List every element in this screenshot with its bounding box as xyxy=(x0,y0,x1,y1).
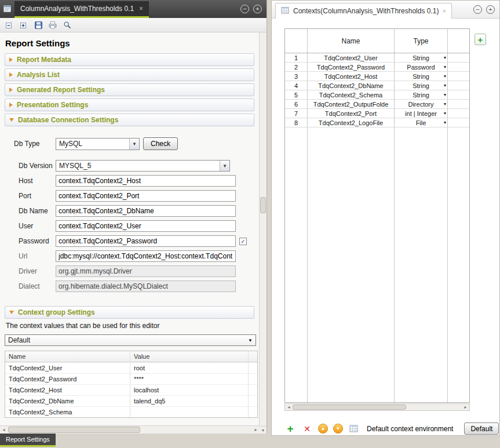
section-label: Generated Report Settings xyxy=(17,86,105,94)
context-value-cell: **** xyxy=(130,374,249,384)
table-row[interactable]: 3 TdqContext2_Host String xyxy=(285,72,469,81)
table-row[interactable]: 4 TdqContext2_DbName String xyxy=(285,81,469,90)
type-value: int | Integer xyxy=(405,110,437,117)
horizontal-scrollbar[interactable] xyxy=(284,403,470,411)
db-version-select[interactable]: MYSQL_5 xyxy=(56,160,230,172)
context-type-cell[interactable]: String xyxy=(395,81,448,90)
context-type-cell[interactable]: String xyxy=(395,53,448,62)
context-value-cell xyxy=(130,407,249,417)
table-row[interactable]: 8 TdqContext2_LogoFile File xyxy=(285,118,469,128)
table-row[interactable]: TdqContext2_Host localhost xyxy=(5,384,257,395)
close-icon[interactable]: × xyxy=(139,5,143,13)
move-down-button[interactable] xyxy=(333,424,343,434)
host-input[interactable] xyxy=(56,175,236,187)
db-type-select[interactable]: MySQL xyxy=(56,138,140,150)
section-database-connection-settings[interactable]: Database Connection Settings xyxy=(5,114,254,126)
context-name-cell[interactable]: TdqContext2_OutputFolde xyxy=(308,100,395,108)
context-value-cell: talend_dq5 xyxy=(130,396,249,406)
scroll-left-icon[interactable] xyxy=(0,426,8,434)
context-value-cell: localhost xyxy=(130,385,249,395)
context-name-cell[interactable]: TdqContext2_Schema xyxy=(308,90,395,99)
table-row[interactable]: TdqContext2_Schema xyxy=(5,406,257,417)
expand-all-icon[interactable] xyxy=(19,20,29,30)
section-label: Presentation Settings xyxy=(17,101,88,109)
vertical-scrollbar[interactable] xyxy=(259,32,267,434)
table-header-row: Name Type xyxy=(285,29,469,53)
table-row[interactable]: TdqContext2_Password **** xyxy=(5,373,257,384)
context-name-cell[interactable]: TdqContext2_LogoFile xyxy=(308,118,395,127)
editor-tab-title: ColumnAnalysis_WithThresholds 0.1 xyxy=(20,5,134,13)
check-button[interactable]: Check xyxy=(143,137,178,150)
maximize-icon[interactable] xyxy=(253,5,262,13)
section-report-metadata[interactable]: Report Metadata xyxy=(5,53,254,66)
url-label: Url xyxy=(19,252,56,260)
add-context-button[interactable] xyxy=(475,34,486,45)
section-context-group-settings[interactable]: Context group Settings xyxy=(5,306,254,319)
context-type-cell[interactable]: File xyxy=(395,118,448,127)
context-type-cell[interactable]: int | Integer xyxy=(395,109,448,118)
context-type-cell[interactable]: Password xyxy=(395,63,448,71)
scroll-down-icon[interactable] xyxy=(260,426,267,434)
context-type-cell[interactable]: Directory xyxy=(395,100,448,108)
empty-table-area xyxy=(285,128,469,402)
user-input[interactable] xyxy=(56,220,236,232)
scrollbar-thumb[interactable] xyxy=(260,197,266,213)
scroll-right-icon[interactable] xyxy=(462,404,469,410)
table-row[interactable]: 6 TdqContext2_OutputFolde Directory xyxy=(285,100,469,109)
table-row[interactable]: 2 TdqContext2_Password Password xyxy=(285,63,469,72)
scrollbar-thumb[interactable] xyxy=(8,427,140,433)
save-icon[interactable] xyxy=(33,20,43,30)
db-name-label: Db Name xyxy=(19,207,56,215)
section-analysis-list[interactable]: Analysis List xyxy=(5,68,254,81)
context-type-cell[interactable]: String xyxy=(395,72,448,81)
editor-tab[interactable]: ColumnAnalysis_WithThresholds 0.1 × xyxy=(14,1,149,18)
context-environment-label: Default context environment xyxy=(367,425,453,433)
scroll-right-icon[interactable] xyxy=(252,426,260,434)
url-input[interactable] xyxy=(56,250,236,262)
report-editor-icon xyxy=(3,4,12,13)
delete-context-button[interactable] xyxy=(301,423,313,435)
context-name-cell[interactable]: TdqContext2_Port xyxy=(308,109,395,118)
port-row: Port xyxy=(19,190,260,202)
zoom-icon[interactable] xyxy=(62,20,72,30)
type-column-header: Type xyxy=(395,29,448,53)
table-row[interactable]: 7 TdqContext2_Port int | Integer xyxy=(285,109,469,118)
minimize-icon[interactable] xyxy=(240,5,249,13)
scroll-left-icon[interactable] xyxy=(285,404,293,410)
db-version-label: Db Version xyxy=(19,162,56,170)
port-input[interactable] xyxy=(56,190,236,202)
chevron-down-icon xyxy=(444,74,446,79)
password-input[interactable] xyxy=(56,235,236,247)
section-label: Analysis List xyxy=(17,71,60,79)
collapse-all-icon[interactable] xyxy=(4,20,14,30)
context-name-cell[interactable]: TdqContext2_DbName xyxy=(308,81,395,90)
scrollbar-thumb[interactable] xyxy=(293,405,406,410)
host-label: Host xyxy=(19,177,56,185)
close-icon[interactable]: × xyxy=(442,8,446,14)
maximize-icon[interactable] xyxy=(486,5,495,14)
contexts-tab[interactable]: Contexts(ColumnAnalysis_WithThresholds 0… xyxy=(275,3,452,19)
context-name-cell[interactable]: TdqContext2_Password xyxy=(308,63,395,71)
default-environment-button[interactable]: Default xyxy=(464,422,499,435)
url-row: Url xyxy=(19,250,260,262)
table-row[interactable]: TdqContext2_User root xyxy=(5,362,257,373)
move-up-button[interactable] xyxy=(318,424,328,434)
table-row[interactable]: 1 TdqContext2_User String xyxy=(285,53,469,63)
table-row[interactable]: TdqContext2_DbName talend_dq5 xyxy=(5,395,257,406)
horizontal-scrollbar[interactable] xyxy=(0,425,260,434)
password-checkbox[interactable] xyxy=(239,238,247,245)
context-name-cell[interactable]: TdqContext2_User xyxy=(308,53,395,62)
add-context-button[interactable] xyxy=(284,423,296,435)
db-name-input[interactable] xyxy=(56,205,236,217)
minimize-icon[interactable] xyxy=(473,5,482,14)
section-presentation-settings[interactable]: Presentation Settings xyxy=(5,99,254,111)
context-groups-icon[interactable] xyxy=(348,423,360,435)
table-row[interactable]: 5 TdqContext2_Schema String xyxy=(285,90,469,100)
print-icon[interactable] xyxy=(48,20,58,30)
bottom-tab-report-settings[interactable]: Report Settings xyxy=(0,434,56,447)
context-type-cell[interactable]: String xyxy=(395,90,448,99)
section-label: Report Metadata xyxy=(17,56,71,64)
context-group-select[interactable]: Default xyxy=(5,334,256,346)
section-generated-report-settings[interactable]: Generated Report Settings xyxy=(5,83,254,96)
context-name-cell[interactable]: TdqContext2_Host xyxy=(308,72,395,81)
